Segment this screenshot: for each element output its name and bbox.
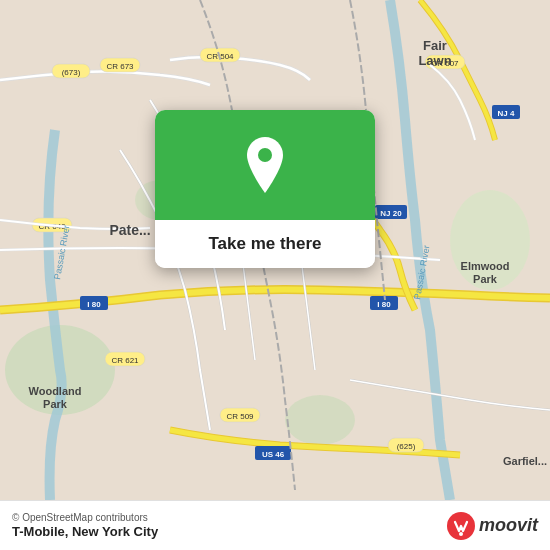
svg-text:CR 621: CR 621 — [111, 356, 139, 365]
osm-credit: © OpenStreetMap contributors — [12, 512, 158, 523]
svg-text:Fair: Fair — [423, 38, 447, 53]
svg-text:Park: Park — [43, 398, 68, 410]
svg-text:US 46: US 46 — [262, 450, 285, 459]
location-name: T-Mobile, New York City — [12, 524, 158, 539]
svg-text:(625): (625) — [397, 442, 416, 451]
take-me-there-button[interactable]: Take me there — [155, 220, 375, 268]
svg-point-3 — [285, 395, 355, 445]
popup-green-area — [155, 110, 375, 220]
map-container: I 80 I 80 NJ 20 NJ 4 US 46 (673) CR 673 … — [0, 0, 550, 500]
moovit-text: moovit — [479, 515, 538, 536]
moovit-logo: moovit — [447, 512, 538, 540]
svg-text:Woodland: Woodland — [29, 385, 82, 397]
svg-text:NJ 20: NJ 20 — [380, 209, 402, 218]
svg-text:CR 673: CR 673 — [106, 62, 134, 71]
bottom-bar: © OpenStreetMap contributors T-Mobile, N… — [0, 500, 550, 550]
svg-text:Garfiel...: Garfiel... — [503, 455, 547, 467]
svg-text:CR 509: CR 509 — [226, 412, 254, 421]
svg-text:I 80: I 80 — [377, 300, 391, 309]
svg-point-41 — [258, 148, 272, 162]
svg-point-43 — [459, 532, 463, 536]
popup-card: Take me there — [155, 110, 375, 268]
svg-text:I 80: I 80 — [87, 300, 101, 309]
moovit-icon — [447, 512, 475, 540]
bottom-left: © OpenStreetMap contributors T-Mobile, N… — [12, 512, 158, 539]
svg-text:Elmwood: Elmwood — [461, 260, 510, 272]
svg-text:Park: Park — [473, 273, 498, 285]
location-pin-icon — [241, 137, 289, 193]
svg-text:NJ 4: NJ 4 — [498, 109, 515, 118]
svg-text:Lawn: Lawn — [418, 53, 451, 68]
svg-text:(673): (673) — [62, 68, 81, 77]
svg-text:Pate...: Pate... — [109, 222, 150, 238]
